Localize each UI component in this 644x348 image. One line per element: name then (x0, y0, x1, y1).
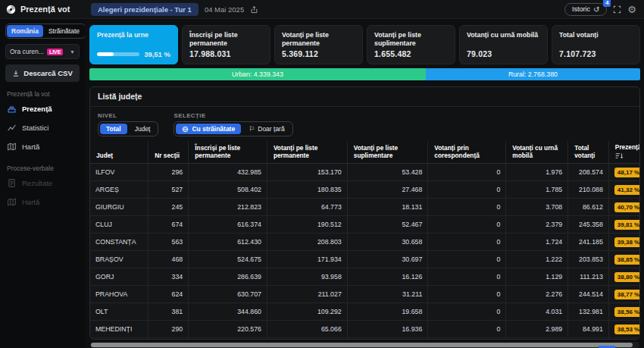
chevron-down-icon: ▼ (70, 49, 75, 55)
tab-strainatate[interactable]: Străinătate (44, 25, 84, 37)
doar-tara-button[interactable]: ⚐ Doar țară (242, 124, 291, 134)
istoric-button[interactable]: Istoric ↺ (564, 3, 607, 16)
sidebar-item-statistici[interactable]: Statistici (5, 118, 80, 137)
col-header-votanti-corespondenta: Votanți prin corespondență (428, 141, 506, 164)
cell-votanti-urna-mobila: 1.785 (506, 181, 568, 199)
cell-votanti-permanente: 171.934 (267, 251, 347, 268)
cell-prezenta: 39,81 % (608, 216, 639, 234)
cell-judet: PRAHOVA (90, 286, 148, 303)
selectie-button-group: Cu străinătate ⚐ Doar țară (174, 121, 292, 136)
cell-nr-sectii: 381 (148, 303, 189, 321)
stat-cards-row: Prezență la urne 39,51 % Înscriși pe lis… (89, 25, 640, 64)
judete-table-body: ILFOV296432.985153.17053.42801.976208.57… (90, 164, 639, 338)
sort-descending-icon[interactable] (615, 152, 633, 159)
time-dropdown[interactable]: Ora curen... LIVE ▼ (5, 44, 80, 59)
map-icon (7, 142, 17, 152)
cell-votanti-permanente: 65.066 (267, 321, 347, 338)
presence-badge: 38,77 % (614, 290, 639, 299)
table-row[interactable]: GORJ334286.63993.95816.12601.129111.2133… (90, 268, 639, 286)
col-header-votanti-suplimentare: Votanți pe liste suplimentare (347, 141, 428, 164)
table-row[interactable]: BRAȘOV468524.675171.93430.69701.222203.8… (90, 251, 639, 268)
cell-votanti-corespondenta: 0 (428, 251, 506, 268)
col-header-prezenta-label: Prezență (615, 143, 633, 151)
fullscreen-icon[interactable] (613, 5, 621, 14)
flag-icon: ⚐ (249, 125, 255, 133)
cell-votanti-corespondenta: 0 (428, 321, 506, 338)
cell-votanti-permanente: 211.027 (267, 286, 347, 303)
stat-card-label: Votanți pe liste permanente (282, 31, 355, 47)
cell-votanti-suplimentare: 31.211 (347, 286, 428, 303)
cell-nr-sectii: 674 (148, 216, 189, 234)
app-logo-icon (6, 5, 16, 14)
cell-prezenta: 38,77 % (608, 286, 639, 303)
selectie-label: SELECȚIE (174, 112, 292, 119)
presence-badge: 48,17 % (614, 168, 639, 177)
sidebar-item-label: Hartă (22, 143, 39, 151)
cell-total-votanti: 245.358 (568, 216, 609, 234)
istoric-label: Istoric (572, 5, 590, 13)
stat-card-votanti-permanente: Votanți pe liste permanente 5.369.112 (274, 25, 363, 64)
cell-votanti-permanente: 93.958 (267, 268, 347, 286)
table-row[interactable]: MEHEDINȚI290220.57665.06616.93602.98984.… (90, 321, 639, 338)
horizontal-scrollbar[interactable] (90, 342, 639, 348)
nivel-judet-button[interactable]: Județ (129, 124, 157, 134)
stat-card-votanti-suplimentare: Votanți pe liste suplimentare 1.655.482 (367, 25, 455, 64)
table-row[interactable]: CONSTANȚA563612.430208.80330.65801.72424… (90, 234, 639, 251)
gear-icon[interactable]: ⚙ (627, 5, 636, 14)
table-row[interactable]: ARGEȘ527508.402180.83527.46801.785210.08… (90, 181, 639, 199)
cell-judet: BRAȘOV (90, 251, 148, 268)
cell-votanti-urna-mobila: 1.724 (506, 234, 568, 251)
cell-votanti-corespondenta: 0 (428, 164, 506, 181)
cell-votanti-urna-mobila: 1.129 (506, 268, 568, 286)
cell-votanti-permanente: 109.292 (267, 303, 347, 321)
cell-judet: GIURGIU (90, 199, 148, 216)
cell-judet: OLT (90, 303, 148, 321)
cell-votanti-corespondenta: 0 (428, 199, 506, 216)
presence-badge: 41,32 % (614, 185, 639, 195)
judete-table-header: Județ Nr secții Înscriși pe liste perman… (90, 141, 639, 164)
cell-inscrisi-permanente: 220.576 (189, 321, 267, 338)
stat-card-label: Votanți pe liste suplimentare (374, 31, 448, 47)
turnout-value: 39,51 % (144, 50, 170, 58)
horizontal-scrollbar-thumb[interactable] (91, 343, 633, 347)
cell-inscrisi-permanente: 432.985 (189, 164, 267, 181)
cell-nr-sectii: 290 (148, 321, 189, 338)
line-chart-icon (7, 123, 17, 133)
sidebar-item-prezenta[interactable]: Prezență (5, 99, 80, 118)
election-badge[interactable]: Alegeri prezidențiale - Tur 1 (91, 3, 199, 16)
share-icon[interactable] (250, 5, 258, 14)
cell-judet: GORJ (90, 268, 148, 286)
col-header-total-votanti: Total votanți (568, 141, 609, 164)
cu-strainatate-label: Cu străinătate (192, 125, 235, 133)
table-row[interactable]: PRAHOVA624630.707211.02731.21102.276244.… (90, 286, 639, 303)
cell-prezenta: 40,70 % (608, 199, 639, 216)
cell-total-votanti: 111.213 (568, 268, 609, 286)
cell-inscrisi-permanente: 612.430 (189, 234, 267, 251)
cell-total-votanti: 84.991 (568, 321, 609, 338)
presence-badge: 38,80 % (614, 272, 639, 282)
nivel-total-button[interactable]: Total (100, 124, 127, 134)
download-csv-button[interactable]: Descarcă CSV (5, 64, 80, 82)
cell-votanti-corespondenta: 0 (428, 216, 506, 234)
cell-prezenta: 38,56 % (608, 303, 639, 321)
table-row[interactable]: ILFOV296432.985153.17053.42801.976208.57… (90, 164, 639, 181)
nivel-control: NIVEL Total Județ (98, 112, 158, 136)
table-row[interactable]: CLUJ674616.374190.51252.46702.379245.358… (90, 216, 639, 234)
topbar: Prezență vot Alegeri prezidențiale - Tur… (0, 0, 644, 19)
table-row[interactable]: GIURGIU245212.82364.77318.13103.70886.61… (90, 199, 639, 216)
sidebar-item-harta[interactable]: Hartă (5, 137, 80, 156)
country-tabs: România Străinătate (5, 24, 86, 39)
table-row[interactable]: OLT381344.860109.29219.65804.031132.9813… (90, 303, 639, 321)
cell-inscrisi-permanente: 616.374 (189, 216, 267, 234)
cell-inscrisi-permanente: 286.639 (189, 268, 267, 286)
turnout-progress-fill (97, 52, 114, 56)
judete-panel: Listă județe NIVEL Total Județ SELECȚIE (89, 86, 640, 340)
cell-votanti-permanente: 190.512 (267, 216, 347, 234)
cu-strainatate-button[interactable]: Cu străinătate (176, 124, 241, 134)
col-header-judet: Județ (90, 141, 148, 164)
cell-votanti-corespondenta: 0 (428, 286, 506, 303)
tab-romania[interactable]: România (7, 25, 43, 37)
cell-votanti-urna-mobila: 2.276 (506, 286, 568, 303)
nivel-button-group: Total Județ (98, 121, 158, 136)
cell-votanti-urna-mobila: 2.379 (506, 216, 568, 234)
